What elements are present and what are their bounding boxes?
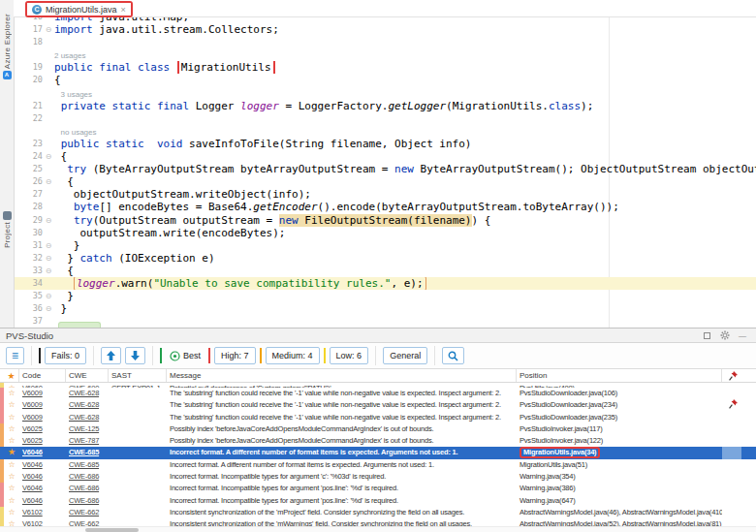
favorite-star-icon[interactable]: ☆ [4,507,19,518]
close-icon[interactable]: × [121,5,126,15]
warning-code-link[interactable]: V6025 [19,435,66,447]
hide-panel-icon[interactable]: — [739,331,746,340]
code-line[interactable]: 32⊖ } catch (IOException e) [14,252,756,265]
warning-code-link[interactable]: V6046 [19,447,66,458]
code-line[interactable]: 36⊖ } [14,302,756,315]
code-line[interactable]: 33⊖ { [14,265,756,277]
warning-code-link[interactable]: V6046 [19,483,66,494]
column-header-cwe[interactable]: CWE [66,369,109,382]
warning-code-link[interactable]: V6046 [19,459,66,471]
code-line[interactable]: 26⊖ { [14,175,756,188]
code-line[interactable]: 27 objectOutputStream.writeObject(info); [14,188,756,201]
code-line[interactable]: 25 try (ByteArrayOutputStream byteArrayO… [14,163,756,175]
code-editor[interactable]: 16import java.util.Map;17⊖import java.ut… [14,16,756,328]
stripe-button-project[interactable]: Project [0,209,14,248]
restore-window-icon[interactable] [703,331,711,340]
favorite-star-icon[interactable]: ☆ [4,399,19,411]
general-filter-button[interactable]: General [383,347,427,364]
horizontal-scrollbar[interactable] [0,526,756,532]
fold-marker-icon[interactable]: ⊖ [43,239,54,252]
column-header-position[interactable]: Position [517,369,722,382]
inlay-hint-row[interactable]: 3 usages [14,87,756,100]
warning-row[interactable]: ☆V6009CWE-628The 'substring' function co… [0,412,756,423]
warning-code-link[interactable]: V6025 [19,423,66,435]
warning-row[interactable]: ☆V6025CWE-787Possibly index 'beforeJavaC… [0,435,756,447]
cwe-link[interactable]: CWE-787 [66,435,109,447]
editor-tab[interactable]: C MigrationUtils.java × [27,3,131,16]
pin-column-header[interactable] [722,369,741,382]
column-header-code[interactable]: Code [19,369,66,382]
code-line[interactable]: 23 public static void saveInfoToFile(Str… [14,138,756,150]
warning-code-link[interactable]: V6009 [19,399,66,411]
high-filter-button[interactable]: High: 7 [214,347,256,364]
stripe-button-azure-explorer[interactable]: Azure Explorer A [0,14,14,81]
code-line[interactable]: 19public final class MigrationUtils [14,61,756,74]
favorite-star-icon[interactable]: ☆ [4,412,19,423]
fold-marker-icon[interactable]: ⊖ [43,290,54,302]
gear-icon[interactable] [720,330,730,340]
pin-icon[interactable] [722,399,741,411]
warning-row[interactable]: ☆V6009CWE-628The 'substring' function co… [0,399,756,411]
warning-row[interactable]: ★V6046CWE-685Incorrect format. A differe… [0,447,756,458]
cwe-link[interactable]: CWE-662 [66,507,109,518]
favorite-star-icon[interactable]: ☆ [4,435,19,447]
code-line[interactable]: 34 logger.warn("Unable to save compatibi… [14,277,756,290]
code-line[interactable]: 28 byte[] encodeBytes = Base64.getEncode… [14,201,756,213]
prev-warning-button[interactable] [101,347,121,364]
favorite-star-icon[interactable]: ☆ [4,495,19,507]
cwe-link[interactable]: CWE-686 [66,495,109,507]
fold-marker-icon[interactable]: ⊖ [43,175,54,188]
code-line[interactable]: 29⊖ try(OutputStream outputStream = new … [14,214,756,227]
code-line[interactable]: 20{ [14,74,756,86]
cwe-link[interactable]: CWE-685 [66,459,109,471]
best-filter-button[interactable]: Best [166,347,205,364]
column-header-message[interactable]: Message [167,369,517,382]
code-line[interactable]: 17⊖import java.util.stream.Collectors; [14,23,756,36]
code-line[interactable]: 30 outputStream.write(encodeBytes); [14,227,756,239]
cwe-link[interactable]: CWE-685 [66,447,109,458]
warning-code-link[interactable]: V6009 [19,388,66,399]
cwe-link[interactable]: CWE-628 [66,399,109,411]
favorite-star-icon[interactable]: ☆ [4,483,19,494]
medium-filter-button[interactable]: Medium: 4 [266,347,320,364]
favorite-star-icon[interactable]: ☆ [4,388,19,399]
fold-marker-icon[interactable]: ⊖ [43,214,54,227]
warning-code-link[interactable]: V6102 [19,507,66,518]
warning-row[interactable]: ☆V6009CWE-628The 'substring' function co… [0,388,756,399]
cwe-link[interactable]: CWE-628 [66,412,109,423]
favorites-column-header[interactable]: ★ [4,369,19,382]
warning-row[interactable]: ☆V6046CWE-686Incorrect format. Incompati… [0,483,756,494]
column-header-sast[interactable]: SAST [109,369,167,382]
code-line[interactable]: 16import java.util.Map; [14,16,756,23]
scrollbar-thumb[interactable] [85,528,139,532]
fold-marker-icon[interactable]: ⊖ [43,150,54,163]
warning-row[interactable]: ☆V6102CWE-662Inconsistent synchronizatio… [0,507,756,518]
favorite-star-icon[interactable]: ☆ [4,423,19,435]
code-line[interactable]: 18 [14,36,756,48]
fold-marker-icon[interactable]: ⊖ [43,252,54,265]
favorite-star-icon[interactable]: ☆ [4,459,19,471]
inlay-hint-row[interactable]: no usages [14,125,756,138]
cwe-link[interactable]: CWE-125 [66,423,109,435]
fold-marker-icon[interactable]: ⊖ [43,265,54,277]
search-button[interactable] [442,347,464,364]
low-filter-button[interactable]: Low: 6 [330,347,369,364]
favorite-star-icon[interactable]: ★ [4,447,19,458]
favorite-star-icon[interactable]: ☆ [4,471,19,483]
cwe-link[interactable]: CWE-628 [66,388,109,399]
fold-marker-icon[interactable]: ⊖ [43,302,54,315]
code-line[interactable]: 24⊖ { [14,150,756,163]
warning-row[interactable]: ☆V6046CWE-686Incorrect format. Incompati… [0,471,756,483]
code-line[interactable]: 35⊖ } [14,290,756,302]
code-line[interactable]: 31⊖ } [14,239,756,252]
inlay-hint-row[interactable]: 2 usages [14,48,756,61]
code-line[interactable]: 37 [14,315,756,328]
code-line[interactable]: 21 private static final Logger logger = … [14,100,756,112]
code-line[interactable]: 22 [14,112,756,125]
next-warning-button[interactable] [125,347,145,364]
warning-row[interactable]: ☆V6046CWE-686Incorrect format. Incompati… [0,495,756,507]
warning-code-link[interactable]: V6046 [19,471,66,483]
warning-row[interactable]: ☆V6025CWE-125Possibly index 'beforeJavaC… [0,423,756,435]
cwe-link[interactable]: CWE-686 [66,483,109,494]
warning-code-link[interactable]: V6009 [19,412,66,423]
